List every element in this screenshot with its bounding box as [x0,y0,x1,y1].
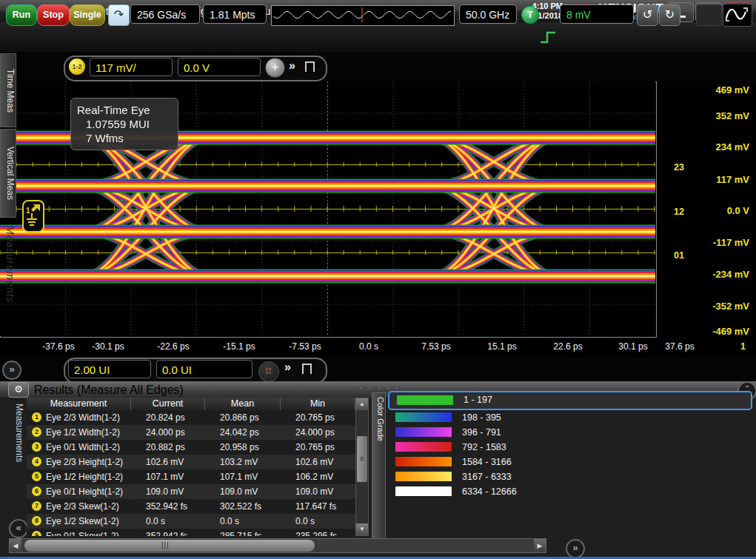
current-value: 109.0 mV [131,484,205,499]
table-horizontal-scrollbar[interactable]: ◀ ||| ▶ [9,538,546,553]
detach-panel-icon[interactable] [305,61,315,72]
table-header-row: MeasurementCurrentMeanMin [27,398,355,410]
stop-button[interactable]: Stop [37,4,70,26]
y-axis-label: 0.0 V [700,205,749,216]
y-axis-label: 352 mV [700,110,749,121]
undo-button[interactable]: ↺ [637,4,658,26]
min-value: 117.647 fs [281,499,355,514]
color-swatch [397,395,453,405]
table-row[interactable]: Eye 1/2 Skew(1-2)80.0 s0.0 s0.0 s [27,514,355,529]
vertical-offset-field[interactable]: 0.0 V [178,58,261,76]
current-value: 352.942 fs [131,529,205,536]
scroll-thumb[interactable]: ≡ [357,436,367,482]
expand-bottom-panel-button[interactable]: » [566,539,585,558]
table-vertical-scrollbar[interactable]: ▲ ≡ ▼ [355,398,369,536]
scroll-left-button[interactable]: ◀ [10,539,21,552]
scroll-thumb[interactable]: ||| [24,540,315,552]
color-grade-row[interactable]: 3167 - 6333 [388,469,752,484]
grip-icon: ||| [161,542,172,549]
results-title: Results (Measure All Edges) [34,384,184,397]
color-grade-row[interactable]: 792 - 1583 [388,440,752,455]
scroll-up-button[interactable]: ▲ [356,398,368,410]
waveform-preview[interactable] [271,5,455,26]
trigger-source-button[interactable]: T [521,6,539,24]
horizontal-scale-field[interactable]: 2.00 UI [68,360,151,378]
expand-chevrons-icon[interactable]: » [284,361,291,374]
trigger-level-field[interactable]: 8 mV [560,4,634,24]
measurement-name: Eye 2/3 Skew(1-2)7 [27,499,131,514]
detach-panel-icon[interactable] [302,364,312,374]
gear-icon: ⚙ [14,384,23,395]
tab-time-meas[interactable]: Time Meas [0,53,16,127]
measurement-name: Eye 0/1 Skew(1-2)9 [27,529,131,536]
color-grade-strip[interactable]: Color Grade [372,392,386,548]
column-header-mean[interactable]: Mean [205,398,281,410]
tab-vertical-meas[interactable]: Vertical Meas [0,129,16,218]
marker-tool-button[interactable] [696,4,722,26]
channel-1-2-badge[interactable]: 1-2 [69,58,85,75]
scroll-down-button[interactable]: ▼ [356,523,368,535]
color-grade-row[interactable]: 198 - 395 [388,410,752,425]
table-row[interactable]: Eye 1/2 Height(1-2)5107.1 mV107.1 mV106.… [27,469,355,484]
measurement-number-badge: 4 [32,457,41,466]
min-value: 20.765 ps [281,410,355,425]
redo-button[interactable]: ↻ [659,4,680,26]
current-value: 20.824 ps [131,410,205,425]
touch-button[interactable]: ↷ [108,4,130,26]
table-body: Eye 2/3 Width(1-2)120.824 ps20.866 ps20.… [27,410,355,536]
x-axis-label: -7.53 ps [289,341,321,352]
color-grade-row[interactable]: 396 - 791 [388,425,752,440]
channel-ground-marker[interactable]: 1 [22,200,44,232]
measurement-number-badge: 6 [32,486,41,496]
sample-rate-field[interactable]: 256 GSa/s [130,4,200,24]
y-axis-label: 234 mV [700,141,749,153]
color-swatch [395,412,452,422]
x-axis-label: -37.6 ps [42,341,74,352]
measurement-name: Eye 2/3 Height(1-2)4 [27,455,131,469]
color-grade-row[interactable]: 1584 - 3166 [388,455,752,469]
current-value: 107.1 mV [131,469,205,484]
color-swatch [395,486,452,496]
x-axis-label: 30.1 ps [618,341,647,352]
measurement-number-badge: 5 [32,472,41,481]
table-row[interactable]: Eye 2/3 Skew(1-2)7352.942 fs302.522 fs11… [27,499,355,514]
memory-depth-field[interactable]: 1.81 Mpts [203,4,267,24]
mean-value: 0.0 s [205,514,281,529]
color-grade-row[interactable]: 6334 - 12666 [388,484,752,499]
hit-count-range: 792 - 1583 [462,440,506,455]
bandwidth-field[interactable]: 50.0 GHz [459,4,517,24]
table-row[interactable]: Eye 2/3 Width(1-2)120.824 ps20.866 ps20.… [27,410,355,425]
column-header-min[interactable]: Min [281,398,355,410]
eye-label-12: 12 [672,207,686,217]
horizontal-offset-field[interactable]: 0.0 UI [156,360,252,378]
single-button[interactable]: Single [70,4,105,26]
color-swatch [395,427,452,437]
redo-icon: ↻ [665,8,675,21]
horizontal-controls-bar: » 2.00 UI 0.0 UI ⁞⁞ » [0,357,756,381]
column-header-current[interactable]: Current [131,398,205,410]
chevron-left-icon: « [16,522,21,533]
scroll-right-button[interactable]: ▶ [534,539,546,552]
oscilloscope-window: FileControlSetupDisplayTriggerMeasure/Ma… [0,0,756,559]
rising-edge-icon[interactable] [539,30,557,46]
info-wfms: 7 Wfms [77,131,172,145]
table-row[interactable]: Eye 0/1 Skew(1-2)9352.942 fs285.715 fs23… [27,529,355,536]
svg-text:1: 1 [26,207,30,215]
horizontal-setup-button[interactable] [723,4,752,27]
drag-handle-button[interactable]: ⁞⁞ [258,361,279,382]
expand-chevrons-icon[interactable]: » [289,59,295,73]
expand-left-panel-button[interactable]: » [2,361,21,380]
color-grade-row[interactable]: 1 - 197 [388,391,752,410]
run-button[interactable]: Run [6,4,37,26]
table-row[interactable]: Eye 2/3 Height(1-2)4102.6 mV103.2 mV102.… [27,455,355,469]
waveform-preview-icon [272,6,452,24]
collapse-measurements-button[interactable]: « [9,519,28,538]
table-row[interactable]: Eye 0/1 Width(1-2)320.882 ps20.958 ps20.… [27,440,355,455]
current-value: 102.6 mV [131,455,205,469]
results-settings-button[interactable]: ⚙ [8,382,29,398]
vertical-scale-field[interactable]: 117 mV/ [90,58,173,76]
table-row[interactable]: Eye 1/2 Width(1-2)224.000 ps24.042 ps24.… [27,425,355,440]
add-channel-button[interactable]: + [265,58,285,78]
table-row[interactable]: Eye 0/1 Height(1-2)6109.0 mV109.0 mV109.… [27,484,355,499]
column-header-measurement[interactable]: Measurement [27,398,131,410]
